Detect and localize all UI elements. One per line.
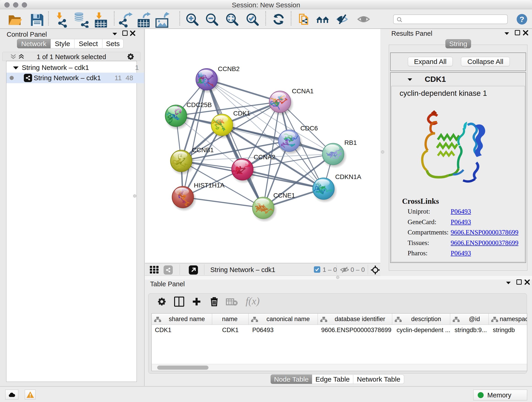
svg-text:CCNB1: CCNB1 xyxy=(192,147,214,153)
svg-text:CDC25B: CDC25B xyxy=(186,101,212,108)
svg-text:CDC6: CDC6 xyxy=(300,125,318,132)
svg-text:CCNE1: CCNE1 xyxy=(273,192,295,199)
svg-text:CDK1: CDK1 xyxy=(233,110,250,117)
svg-text:CDKN1A: CDKN1A xyxy=(335,173,361,180)
svg-text:RB1: RB1 xyxy=(344,139,357,146)
svg-text:CCNA1: CCNA1 xyxy=(292,88,314,95)
svg-text:CCNA2: CCNA2 xyxy=(254,153,275,161)
svg-text:HIST1H1A: HIST1H1A xyxy=(194,182,225,189)
svg-text:CCNB2: CCNB2 xyxy=(218,65,240,72)
svg-text:?: ? xyxy=(520,15,525,24)
